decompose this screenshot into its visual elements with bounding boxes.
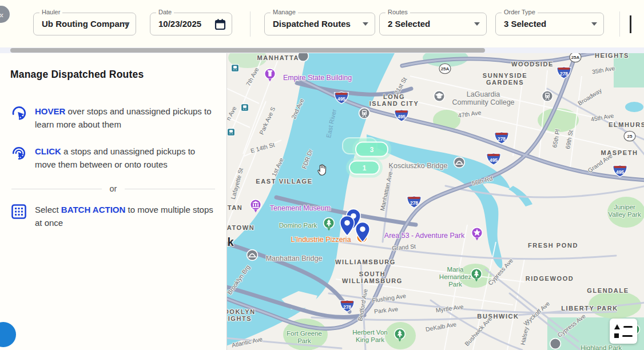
- order-type-label: Order Type: [502, 9, 538, 15]
- legend-route-row: [614, 324, 633, 329]
- generic-icon: [549, 338, 562, 350]
- tree-icon: [393, 328, 406, 345]
- bridge-icon: [453, 157, 466, 173]
- map-park-label: Herbert Von King Park: [352, 329, 387, 344]
- calendar-icon[interactable]: [214, 18, 226, 33]
- instruction-click: CLICK a stops and unassigned pickups to …: [10, 145, 216, 171]
- order-type-value: 3 Selected: [496, 13, 603, 34]
- map-park-label: Maria Hernandez Park: [439, 266, 471, 288]
- route-shield-icon: 278: [556, 66, 572, 82]
- hand-cursor-icon: [316, 163, 329, 179]
- instruction-batch: Select BATCH ACTION to move multiple sto…: [10, 203, 216, 229]
- svg-text:495: 495: [616, 169, 624, 175]
- map-poi-label: LaGuardia Community College: [452, 90, 514, 106]
- route-cluster-pill[interactable]: 3: [355, 142, 388, 157]
- map-legend-control[interactable]: [610, 319, 637, 344]
- map-area-label: WILLIAMSBURG: [335, 258, 396, 265]
- map-area-label: OOKLYN: [226, 308, 256, 315]
- map-park-label: Juniper Valley Park: [608, 204, 641, 218]
- map-canvas[interactable]: MANHATTANLONG ISLAND CITYWOODSIDESUNNYSI…: [226, 53, 644, 350]
- tree-icon: [470, 268, 483, 285]
- svg-text:25A: 25A: [441, 66, 450, 71]
- route-cluster-pill[interactable]: 1: [349, 161, 380, 175]
- instruction-hover: HOVER over stops and unassigned pickups …: [10, 105, 216, 131]
- horizontal-scrollbar-thumb[interactable]: [10, 48, 485, 53]
- bridge-icon: [246, 249, 259, 266]
- route-shield-icon: 278: [340, 300, 355, 315]
- chevron-down-icon: [363, 22, 368, 26]
- routes-value: 2 Selected: [380, 13, 486, 34]
- svg-text:25A: 25A: [571, 55, 580, 60]
- map-area-label: EIGHTS: [226, 315, 252, 322]
- map-area-label: BUSHWICK: [477, 313, 519, 320]
- map-area-label: GLENDALE: [587, 287, 629, 294]
- chevron-down-icon: [474, 22, 480, 26]
- map-area-label: TAN: [228, 204, 243, 211]
- map-city-label: k: [227, 236, 233, 249]
- click-cursor-icon: [10, 145, 27, 164]
- clipped-element-edge: [630, 15, 631, 33]
- route-shield-icon: 495: [486, 153, 502, 168]
- or-text: or: [110, 184, 117, 193]
- svg-text:278: 278: [343, 304, 351, 310]
- page-title: Manage Dispatched Routes: [10, 69, 216, 81]
- square-icon: [614, 333, 619, 338]
- toolbar-divider: [619, 11, 620, 37]
- map-area-label: ELMHURST: [609, 121, 644, 128]
- manage-select[interactable]: Manage Dispatched Routes: [264, 13, 375, 35]
- route-shield-icon: 495: [334, 92, 349, 107]
- map-area-label: ATOWN: [227, 224, 255, 231]
- order-type-select[interactable]: Order Type 3 Selected: [495, 13, 604, 35]
- route-shield-icon: 25A: [569, 53, 582, 65]
- map-park-label: Highland Park: [581, 344, 622, 350]
- map-area-label: LONG ISLAND CITY: [369, 93, 419, 107]
- train-icon: [358, 108, 371, 124]
- map-poi-label: Tenement Museum: [270, 204, 331, 212]
- hauler-label: Hauler: [39, 9, 62, 15]
- svg-text:278: 278: [498, 136, 506, 142]
- svg-text:495: 495: [490, 157, 498, 163]
- map-area-label: HEIGHTS: [595, 53, 629, 59]
- routes-select[interactable]: Routes 2 Selected: [379, 13, 487, 35]
- hauler-value: Ub Routing Company: [34, 13, 136, 34]
- train-icon: [541, 90, 554, 107]
- tree-icon: [323, 217, 335, 234]
- tower-icon: [264, 68, 276, 85]
- map-poi-label: Manhattan Bridge: [266, 254, 323, 262]
- route-shield-icon: 495: [613, 165, 628, 180]
- svg-text:278: 278: [410, 200, 418, 206]
- stop-pin[interactable]: [355, 221, 371, 245]
- route-shield-icon: 278: [407, 196, 422, 211]
- click-keyword: CLICK: [35, 146, 61, 156]
- stop-pin[interactable]: [340, 215, 355, 238]
- chevron-down-icon: [591, 22, 597, 26]
- map-area-label: RIDGEWOOD: [526, 275, 574, 282]
- subway-icon: [231, 64, 240, 75]
- route-shield-icon: 278: [494, 132, 510, 147]
- map-area-label: EAST VILLAGE: [256, 178, 312, 185]
- museum-icon: [249, 199, 262, 216]
- hauler-select[interactable]: Hauler Ub Routing Company: [33, 13, 136, 35]
- subway-icon: [241, 104, 249, 114]
- triangle-icon: [614, 324, 620, 329]
- svg-text:278: 278: [560, 71, 568, 77]
- routes-label: Routes: [385, 9, 410, 15]
- star-icon: [471, 227, 483, 244]
- map-poi-label: Kosciuszko Bridge: [389, 162, 448, 170]
- manage-label: Manage: [271, 9, 298, 15]
- map-area-label: FRESH POND: [528, 242, 578, 249]
- legend-stop-row: [614, 333, 633, 338]
- main-content: Manage Dispatched Routes HOVER over stop…: [0, 53, 644, 350]
- or-divider: or: [11, 184, 215, 193]
- hover-cursor-icon: [10, 105, 27, 124]
- date-field[interactable]: Date 10/23/2025: [150, 13, 232, 35]
- svg-text:495: 495: [397, 114, 406, 120]
- map-poi-label: Area 53 - Adventure Park: [384, 232, 464, 240]
- collapse-toolbar-button[interactable]: «: [0, 6, 10, 23]
- app-root: « Hauler Ub Routing Company Date 10/23/2…: [0, 0, 644, 350]
- horizontal-scrollbar[interactable]: [0, 47, 644, 53]
- manage-value: Dispatched Routes: [265, 13, 375, 34]
- instructions-panel: Manage Dispatched Routes HOVER over stop…: [0, 53, 226, 350]
- toolbar-divider: [250, 11, 251, 37]
- map-area-label: WOODSIDE: [511, 61, 554, 67]
